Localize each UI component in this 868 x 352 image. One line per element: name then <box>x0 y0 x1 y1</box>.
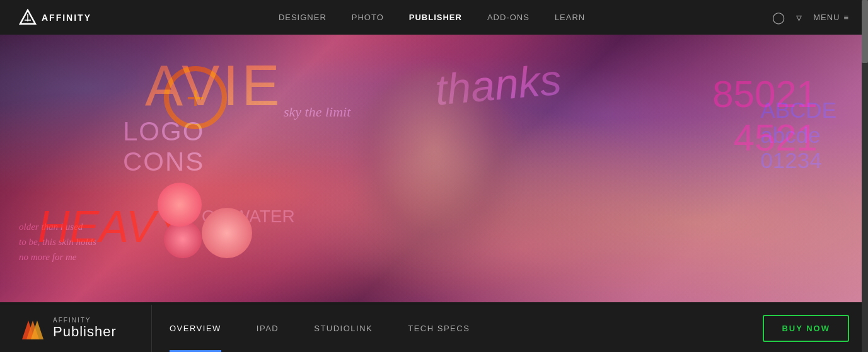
cart-icon[interactable]: ▿ <box>796 11 802 25</box>
graffiti-avie: AVIE <box>145 54 282 118</box>
brand-pre-label: AFFINITY <box>53 317 117 324</box>
scrollbar-thumb[interactable] <box>862 0 868 63</box>
graffiti-sky: sky the limit <box>284 104 350 120</box>
sub-navigation: AFFINITY Publisher OVERVIEW IPAD STUDIOL… <box>0 305 868 352</box>
scrollbar[interactable] <box>862 0 868 352</box>
flower-3 <box>158 183 202 227</box>
nav-link-publisher[interactable]: PUBLISHER <box>409 13 462 22</box>
sub-nav-brand: AFFINITY Publisher <box>0 315 151 342</box>
nav-link-addons[interactable]: ADD-ONS <box>487 13 529 22</box>
top-navigation: AFFINITY DESIGNER PHOTO PUBLISHER ADD-ON… <box>0 0 868 35</box>
graffiti-older: older than i usedto be, this skin holdsn… <box>19 219 96 264</box>
graffiti-logo-con: LOGOCONS <box>123 116 204 177</box>
brand-label: Publisher <box>53 324 117 340</box>
nav-link-designer[interactable]: DESIGNER <box>279 13 327 22</box>
publisher-brand-icon <box>19 315 45 342</box>
tab-overview[interactable]: OVERVIEW <box>152 305 239 352</box>
tab-ipad[interactable]: IPAD <box>239 305 296 352</box>
sub-nav-tabs: OVERVIEW IPAD STUDIOLINK TECH SPECS BUY … <box>151 305 868 352</box>
hero-background: + AVIE LOGOCONS HEAVY thanks OR WATER ol… <box>0 35 868 302</box>
menu-button[interactable]: MENU ≡ <box>813 13 849 22</box>
affinity-logo-icon <box>19 9 37 26</box>
logo-link[interactable]: AFFINITY <box>19 9 91 26</box>
hero-section: + AVIE LOGOCONS HEAVY thanks OR WATER ol… <box>0 35 868 302</box>
logo-text: AFFINITY <box>42 13 91 23</box>
flowers-decoration <box>151 170 277 283</box>
face-silhouette <box>346 68 523 270</box>
nav-link-learn[interactable]: LEARN <box>555 13 585 22</box>
buy-now-button[interactable]: BUY NOW <box>763 315 849 342</box>
user-icon[interactable]: ◯ <box>772 11 785 25</box>
tab-tech-specs[interactable]: TECH SPECS <box>390 305 487 352</box>
tab-studiolink[interactable]: STUDIOLINK <box>296 305 390 352</box>
flower-2 <box>202 208 252 258</box>
brand-text-group: AFFINITY Publisher <box>53 317 117 340</box>
graffiti-blue-text: ABCDEabcde01234 <box>760 98 836 173</box>
nav-links: DESIGNER PHOTO PUBLISHER ADD-ONS LEARN <box>279 13 585 22</box>
nav-link-photo[interactable]: PHOTO <box>352 13 384 22</box>
menu-hamburger-icon: ≡ <box>843 13 849 22</box>
nav-right: ◯ ▿ MENU ≡ <box>772 11 849 25</box>
menu-label-text: MENU <box>813 13 840 22</box>
